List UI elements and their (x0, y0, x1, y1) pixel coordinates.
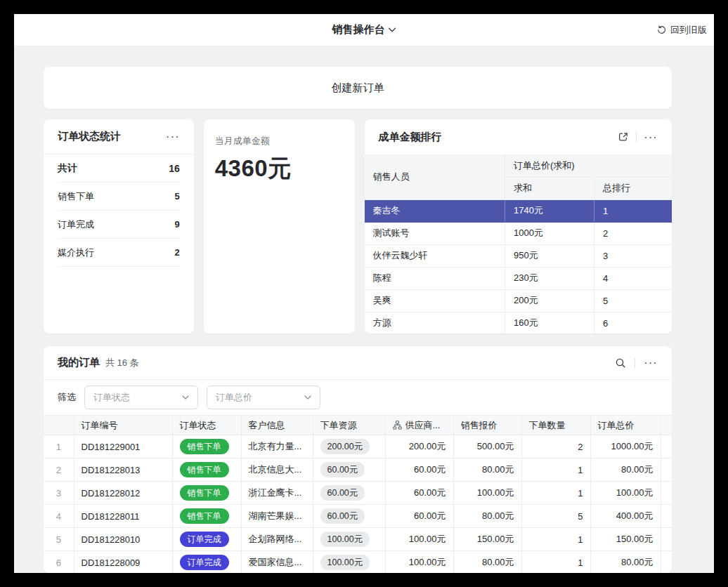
chevron-down-icon (389, 27, 396, 32)
ranking-row[interactable]: 秦吉冬 1740元 1 (365, 199, 672, 222)
filler (661, 459, 672, 482)
row-number: 5 (44, 528, 74, 551)
order-total-filter-select[interactable]: 订单总价 (207, 385, 320, 409)
order-no: DD181228010 (74, 528, 172, 551)
status-card-title: 订单状态统计 (58, 130, 121, 143)
price: 500.00元 (453, 435, 521, 459)
orders-count: 共 16 条 (105, 357, 139, 369)
ranking-row[interactable]: 吴爽 200元 5 (365, 289, 672, 312)
qty: 1 (521, 482, 590, 505)
monthly-amount-value: 4360元 (215, 153, 344, 185)
monthly-amount-title: 当月成单金额 (215, 135, 344, 147)
customer: 爱国家信息... (241, 551, 313, 574)
status-badge: 销售下单 (180, 508, 229, 524)
total: 80.00元 (590, 459, 661, 482)
rank-rank: 2 (594, 222, 672, 244)
back-to-old-label: 回到旧版 (670, 24, 707, 37)
customer: 浙江金鹰卡... (241, 482, 313, 505)
resource-cell: 200.00元 (313, 435, 385, 459)
ranking-row[interactable]: 伙伴云魏少轩 950元 3 (365, 244, 672, 267)
customer: 北京信息大... (241, 459, 313, 482)
order-status-filter-select[interactable]: 订单状态 (84, 385, 198, 409)
price: 80.00元 (453, 459, 521, 482)
search-icon[interactable] (615, 357, 626, 369)
col-resource: 下单资源 (313, 416, 385, 435)
price: 80.00元 (453, 551, 521, 574)
ranking-col-sum: 求和 (505, 177, 594, 199)
more-icon[interactable]: ··· (644, 357, 658, 369)
ranking-row[interactable]: 方源 160元 6 (365, 312, 672, 334)
order-row[interactable]: 2 DD181228013 销售下单 北京信息大... 60.00元 60.00… (44, 459, 672, 482)
create-order-button[interactable]: 创建新订单 (44, 67, 672, 109)
resource-chip: 60.00元 (320, 508, 365, 524)
rank-sum: 160元 (505, 312, 594, 334)
more-icon[interactable]: ··· (644, 131, 658, 143)
order-no: DD181228013 (74, 459, 172, 482)
workbench-title-dropdown[interactable]: 销售操作台 (332, 14, 396, 46)
ranking-row[interactable]: 陈程 230元 4 (365, 267, 672, 289)
dashboard-cards-row: 订单状态统计 ··· 共计 16 销售下单 5 订单完成 9 (44, 119, 672, 334)
create-order-label: 创建新订单 (332, 81, 384, 95)
more-icon[interactable]: ··· (166, 131, 180, 143)
order-no: DD181228009 (74, 551, 172, 574)
col-qty: 下单数量 (521, 416, 590, 435)
order-row[interactable]: 1 DD181229001 销售下单 北京有力量... 200.00元 200.… (44, 435, 672, 459)
col-supplier: 供应商... (385, 416, 453, 435)
order-row[interactable]: 6 DD181228009 订单完成 爱国家信息... 100.00元 100.… (44, 551, 672, 574)
order-status-filter-placeholder: 订单状态 (93, 391, 130, 404)
resource-cell: 100.00元 (313, 551, 385, 574)
order-status-cell: 订单完成 (172, 528, 241, 551)
resource-chip: 200.00元 (320, 439, 370, 454)
row-number: 3 (44, 482, 74, 505)
ranking-card-title: 成单金额排行 (379, 131, 442, 144)
order-row[interactable]: 4 DD181228011 销售下单 湖南芒果娱... 60.00元 60.00… (44, 505, 672, 528)
row-number: 4 (44, 505, 74, 528)
status-value: 2 (175, 247, 180, 258)
rank-person: 测试账号 (365, 222, 505, 244)
rank-rank: 5 (594, 289, 672, 312)
total: 150.00元 (590, 528, 661, 551)
qty: 2 (521, 435, 590, 459)
rank-rank: 4 (594, 267, 672, 289)
ranking-row[interactable]: 测试账号 1000元 2 (365, 222, 672, 244)
supplier: 60.00元 (385, 482, 453, 505)
divider (635, 358, 635, 368)
filter-label: 筛选 (58, 391, 76, 404)
order-status-cell: 销售下单 (172, 459, 241, 482)
order-status-cell: 销售下单 (172, 482, 241, 505)
supplier: 100.00元 (385, 551, 453, 574)
orders-title: 我的订单 (58, 356, 100, 369)
col-customer: 客户信息 (241, 416, 313, 435)
orders-table: 订单编号 订单状态 客户信息 下单资源 供应商... 销售报价 下单数量 订单 (44, 415, 672, 573)
filter-row: 筛选 订单状态 订单总价 (44, 380, 672, 415)
resource-chip: 60.00元 (320, 485, 365, 501)
status-value: 5 (175, 191, 180, 202)
rank-person: 秦吉冬 (365, 199, 505, 222)
order-status-cell: 销售下单 (172, 435, 241, 459)
status-label: 订单完成 (58, 218, 94, 231)
status-badge: 销售下单 (180, 439, 229, 454)
restore-icon (656, 25, 667, 35)
back-to-old-version-button[interactable]: 回到旧版 (656, 14, 707, 46)
page-title: 销售操作台 (332, 23, 385, 37)
col-status: 订单状态 (172, 416, 241, 435)
open-in-new-icon[interactable] (618, 131, 629, 143)
top-bar: 销售操作台 回到旧版 (14, 14, 714, 46)
rank-person: 吴爽 (365, 289, 505, 312)
customer: 企划路网络... (241, 528, 313, 551)
order-row[interactable]: 3 DD181228012 销售下单 浙江金鹰卡... 60.00元 60.00… (44, 482, 672, 505)
order-row[interactable]: 5 DD181228010 订单完成 企划路网络... 100.00元 100.… (44, 528, 672, 551)
rank-person: 方源 (365, 312, 505, 334)
price: 100.00元 (453, 482, 521, 505)
order-no: DD181228012 (74, 482, 172, 505)
price: 80.00元 (453, 505, 521, 528)
chevron-down-icon (304, 395, 311, 400)
status-row: 媒介执行 2 (58, 239, 180, 267)
order-status-cell: 销售下单 (172, 505, 241, 528)
resource-cell: 60.00元 (313, 459, 385, 482)
divider (636, 132, 637, 142)
price: 150.00元 (453, 528, 521, 551)
amount-ranking-card: 成单金额排行 ··· 销售人员 订单总价(求和) (365, 119, 672, 334)
order-status-cell: 订单完成 (172, 551, 241, 574)
col-price: 销售报价 (453, 416, 521, 435)
